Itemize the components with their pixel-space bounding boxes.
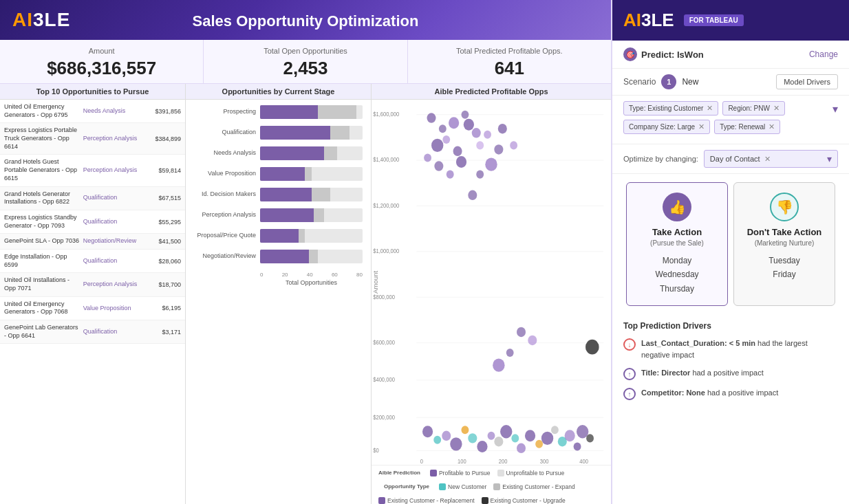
scatter-title: Aible Predicted Profitable Opps	[372, 84, 611, 100]
bar-label: Value Proposition	[194, 170, 256, 178]
filter-tag-renewal-label: Type: Renewal	[720, 123, 765, 131]
metric-predicted: Total Predicted Profitable Opps. 641	[408, 40, 611, 83]
row-stage: Qualification	[83, 328, 140, 336]
svg-point-69	[586, 434, 594, 442]
filters-area: Type: Existing Customer ✕ Region: PNW ✕ …	[612, 96, 849, 144]
driver-text-2: Title: Director had a positive impact	[641, 367, 764, 379]
row-stage: Qualification	[83, 194, 140, 202]
bar-track	[260, 188, 363, 201]
metric-predicted-label: Total Predicted Profitable Opps.	[413, 47, 605, 55]
bar-label: Id. Decision Makers	[194, 190, 256, 199]
row-name: Grand Hotels Generator Installations - O…	[4, 190, 80, 206]
row-amount: $67,515	[143, 195, 181, 201]
legend-profitable-label: Profitable to Pursue	[439, 470, 491, 476]
svg-point-67	[574, 442, 581, 450]
row-name: Grand Hotels Guest Portable Generators -…	[4, 158, 80, 182]
filter-tags-2: Company Size: Large ✕ Type: Renewal ✕	[623, 120, 838, 134]
row-amount: $59,814	[143, 167, 181, 174]
logo-left: AI3LE	[12, 9, 70, 31]
metric-amount-label: Amount	[6, 47, 197, 55]
legend-profitable-dot	[430, 470, 437, 476]
legend-new-customer-label: New Customer	[448, 483, 486, 490]
svg-point-42	[498, 124, 507, 133]
svg-point-38	[484, 131, 491, 139]
filter-tag-company-label: Company Size: Large	[629, 123, 695, 131]
row-stage: Negotiation/Review	[83, 237, 140, 245]
bar-fill-purple	[260, 146, 324, 160]
optimize-value[interactable]: Day of Contact ✕ ▾	[704, 150, 838, 168]
svg-text:$400,000: $400,000	[373, 377, 395, 383]
svg-point-24	[427, 113, 436, 122]
filter-tag-company[interactable]: Company Size: Large ✕	[623, 120, 710, 134]
row-amount: $384,899	[143, 135, 181, 142]
metric-predicted-value: 641	[413, 58, 605, 79]
legend-expand: Existing Customer - Expand	[493, 483, 574, 490]
svg-point-29	[431, 139, 443, 152]
legend-replacement-label: Existing Customer - Replacement	[387, 497, 475, 504]
filter-existing-close[interactable]: ✕	[707, 104, 713, 113]
scatter-chart-area: $1,600,000 $1,400,000 $1,200,000 $1,000,…	[372, 100, 611, 465]
row-name: Express Logistics Portable Truck Generat…	[4, 127, 80, 151]
filter-region-close[interactable]: ✕	[773, 104, 780, 113]
logo-ai: AI	[12, 9, 33, 30]
svg-text:300: 300	[540, 458, 549, 464]
driver-up-icon-2: ↑	[623, 368, 636, 380]
bar-label: Qualification	[194, 129, 256, 137]
driver-bold-1: Last_Contact_Duration: < 5 min	[641, 339, 755, 347]
dont-action-day-2: Friday	[741, 267, 828, 281]
opp-type-label: Opportunity Type	[384, 483, 429, 490]
svg-point-57	[494, 437, 503, 446]
bar-label: Needs Analysis	[194, 149, 256, 157]
svg-text:$1,600,000: $1,600,000	[373, 111, 400, 118]
legend-unprofitable-label: Unprofitable to Pursue	[506, 470, 565, 476]
row-name: United Oil Emergency Generators - Opp 67…	[4, 103, 80, 119]
driver-item-1: ↓ Last_Contact_Duration: < 5 min had the…	[623, 338, 838, 360]
take-action-subtitle: (Pursue the Sale)	[634, 239, 720, 247]
dont-action-days: Tuesday Friday	[741, 254, 828, 282]
svg-point-25	[439, 124, 447, 133]
bar-row: Qualification	[194, 126, 363, 140]
metric-open-opps-value: 2,453	[209, 58, 401, 79]
content-area: Top 10 Opportunities to Pursue United Oi…	[0, 84, 611, 504]
change-link[interactable]: Change	[809, 50, 838, 59]
row-amount: $28,060	[143, 258, 181, 265]
right-logo-ai: AI	[623, 10, 641, 30]
svg-text:0: 0	[420, 458, 424, 464]
filter-company-close[interactable]: ✕	[698, 122, 705, 131]
table-row: Grand Hotels Generator Installations - O…	[0, 187, 185, 210]
optimize-dropdown-icon[interactable]: ▾	[827, 153, 832, 164]
filter-tag-existing[interactable]: Type: Existing Customer ✕	[623, 101, 718, 116]
optimize-close[interactable]: ✕	[764, 155, 771, 164]
optimize-label: Optimize by changing:	[623, 155, 698, 163]
svg-point-26	[449, 117, 459, 129]
svg-point-60	[517, 443, 526, 453]
model-drivers-button[interactable]: Model Drivers	[776, 74, 838, 89]
take-action-icon: 👍	[663, 193, 691, 221]
scenario-label: Scenario	[623, 77, 656, 87]
table-row: United Oil Emergency Generators - Opp 70…	[0, 297, 185, 320]
dont-action-subtitle: (Marketing Nurture)	[741, 239, 828, 247]
bar-fill-purple	[260, 188, 312, 201]
table-row: Express Logistics Portable Truck Generat…	[0, 123, 185, 155]
take-action-title: Take Action	[634, 227, 720, 237]
svg-point-33	[464, 119, 474, 131]
svg-point-37	[456, 156, 466, 168]
filter-tag-region[interactable]: Region: PNW ✕	[722, 101, 785, 116]
svg-point-36	[447, 171, 454, 179]
dont-action-day-1: Tuesday	[741, 254, 828, 267]
svg-point-40	[485, 157, 497, 171]
legend-new-customer: New Customer	[439, 483, 486, 490]
legend-unprofitable-dot	[497, 470, 504, 476]
dont-action-title: Don't Take Action	[741, 227, 828, 237]
predict-label: 🎯 Predict: IsWon	[623, 47, 704, 61]
bar-track	[260, 146, 363, 160]
svg-point-27	[462, 111, 469, 119]
filter-tag-existing-label: Type: Existing Customer	[629, 105, 703, 112]
bar-label: Prospecting	[194, 108, 256, 116]
filter-tag-renewal[interactable]: Type: Renewal ✕	[714, 120, 780, 134]
filter-renewal-close[interactable]: ✕	[769, 122, 775, 131]
legend-upgrade-label: Existing Customer - Upgrade	[491, 497, 566, 504]
dont-action-icon: 👎	[770, 193, 799, 221]
logo-text: AI3LE	[12, 9, 70, 31]
filter-expand-button[interactable]: ▾	[832, 102, 838, 116]
